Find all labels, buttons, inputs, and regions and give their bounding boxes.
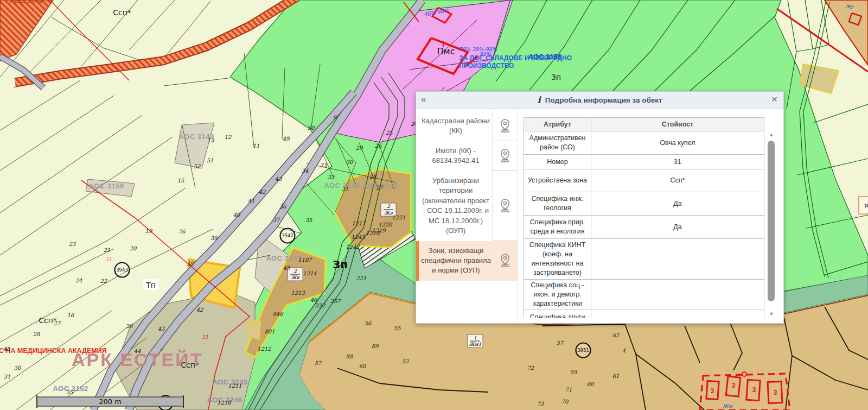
attribute-table: Атрибут Стойност Административен район (… <box>524 117 764 318</box>
parcel-number: 52 <box>194 163 201 169</box>
parcel-number: 13 <box>207 137 214 143</box>
sidebar-item-label: Урбанизирани територии (окончателен прое… <box>416 171 492 241</box>
parcel-number: 46 <box>310 297 318 303</box>
scroll-up-arrow-icon[interactable]: ▲ <box>767 132 776 138</box>
parcel-number: 1221 <box>392 215 405 220</box>
parcel-number: 70 <box>561 399 569 405</box>
parcel-number: 32 <box>328 174 335 180</box>
attribute-cell: Специфика КИНТ (коеф. на интензивност на… <box>524 239 591 280</box>
expand-panel-button[interactable]: » <box>858 196 868 215</box>
parcel-number: 24 <box>75 277 82 283</box>
parcel-number: 62 <box>612 332 620 338</box>
parcel-number: 27 <box>54 320 61 326</box>
parcel-number: 31 <box>342 186 349 192</box>
parcel-number: 29 <box>356 145 363 151</box>
parcel-number: 1242 <box>346 244 360 250</box>
layer-sidebar: Кадастрални райони (КК) Имоти (КК) - 681… <box>416 108 518 323</box>
panel-title: Подробна информация за обект <box>545 96 662 104</box>
geodetic-point-label: 3951 <box>577 348 589 353</box>
table-row: Специфика други <box>524 310 764 318</box>
attribute-cell: Номер <box>524 155 591 169</box>
collapse-panel-button[interactable]: « <box>421 94 426 105</box>
value-cell <box>591 310 764 318</box>
panel-header: « i Подробна информация за обект × <box>416 92 783 109</box>
table-row: Номер31 <box>524 155 764 169</box>
table-header-row: Атрибут Стойност <box>524 118 764 131</box>
info-icon: i <box>537 94 540 105</box>
map-label: АОС 3147 <box>266 254 301 262</box>
fraction-bottom: Жм1 <box>469 342 482 347</box>
value-cell: Да <box>591 192 764 216</box>
sidebar-item-label: Кадастрални райони (КК) <box>416 111 492 141</box>
attribute-cell: Специфика други <box>524 310 591 318</box>
parcel-number: 11 <box>253 143 260 149</box>
parcel-number: 257 <box>330 298 341 304</box>
parcel-number: 42 <box>259 189 266 195</box>
parcel-number: 4 <box>622 348 626 354</box>
parcel-number: 33 <box>320 162 327 168</box>
parcel-number: 1211 <box>228 383 241 389</box>
scrollbar-thumb[interactable] <box>768 141 775 301</box>
parcel-number: 1210 <box>217 400 232 406</box>
attribute-table-body: Административен район (СО)Овча купелНоме… <box>524 131 764 318</box>
parcel-number: 48 <box>3 346 11 352</box>
panel-title-group: i Подробна информация за обект <box>537 94 662 105</box>
parcel-number: 21 <box>104 247 111 253</box>
parcel-number: 27 <box>376 185 384 191</box>
map-pin-icon <box>493 241 518 281</box>
table-row: Специфика инж. геологияДа <box>524 192 764 216</box>
map-pin-icon <box>492 141 518 171</box>
sidebar-item-specific-zones[interactable]: Зони, изискващи специфични правила и нор… <box>416 241 518 281</box>
parcel-number: 73 <box>537 401 544 407</box>
value-cell: Овча купел <box>591 131 764 155</box>
attribute-cell: Административен район (СО) <box>524 131 591 155</box>
map-pin-icon <box>492 111 518 141</box>
parcel-number: 52 <box>402 358 409 364</box>
value-cell <box>591 280 764 310</box>
parcel-number: 60 <box>359 363 367 369</box>
parcel-number: 19 <box>145 228 153 234</box>
table-row: Специфика КИНТ (коеф. на интензивност на… <box>524 239 764 280</box>
parcel-number: 44 <box>134 348 141 354</box>
table-row: Административен район (СО)Овча купел <box>524 131 764 155</box>
parcel-number: 89 <box>372 343 379 349</box>
parcel-number: 35 <box>305 217 312 223</box>
parcel-number: 55 <box>394 325 401 331</box>
column-header-value: Стойност <box>591 118 764 131</box>
geodetic-point-label: 3943 <box>116 267 128 273</box>
info-panel: « i Подробна информация за обект × Кадас… <box>416 91 784 324</box>
parcel-number: 38 <box>187 261 194 267</box>
parcel-number: 1218 <box>366 230 380 236</box>
parcel-number: 43 <box>158 326 165 332</box>
parcel-number: 25 <box>386 130 393 136</box>
parcel-number: 35 <box>66 389 73 395</box>
map-label: Зп <box>551 73 561 81</box>
building-label: 3 <box>732 382 736 389</box>
parcel-number: 30 <box>346 159 354 165</box>
fraction-bottom: Жв <box>291 275 299 280</box>
parcel-number: 45 <box>283 265 290 271</box>
map-region <box>247 320 260 339</box>
attribute-cell: Специфика инж. геология <box>524 192 591 216</box>
table-scrollbar[interactable]: ▲ ▼ <box>767 132 776 318</box>
sidebar-item-urbanized-territories[interactable]: Урбанизирани територии (окончателен прое… <box>416 171 518 241</box>
parcel-number: 37 <box>273 217 280 223</box>
parcel-number: 15 <box>177 178 184 184</box>
map-label: 98% <box>480 51 492 57</box>
parcel-number: 72 <box>527 365 534 371</box>
table-row: Устройствена зонаСсп* <box>524 169 764 192</box>
parcel-number: 71 <box>565 387 572 393</box>
parcel-number: 1220 <box>378 222 393 228</box>
map-label: 31 <box>202 334 209 340</box>
building-label: 3 <box>774 389 777 396</box>
scroll-down-arrow-icon[interactable]: ▼ <box>767 311 776 318</box>
close-icon[interactable]: × <box>771 93 777 105</box>
sidebar-item-cadastral-regions[interactable]: Кадастрални райони (КК) <box>416 111 518 141</box>
map-label: Пмс <box>437 46 455 56</box>
value-cell: 31 <box>591 155 764 169</box>
parcel-number: 42 <box>196 307 203 313</box>
sidebar-item-properties[interactable]: Имоти (КК) - 68134.3942.41 <box>416 141 518 171</box>
parcel-number: 34 <box>302 168 309 174</box>
parcel-number: 1214 <box>303 270 317 276</box>
map-label: I <box>442 40 444 48</box>
